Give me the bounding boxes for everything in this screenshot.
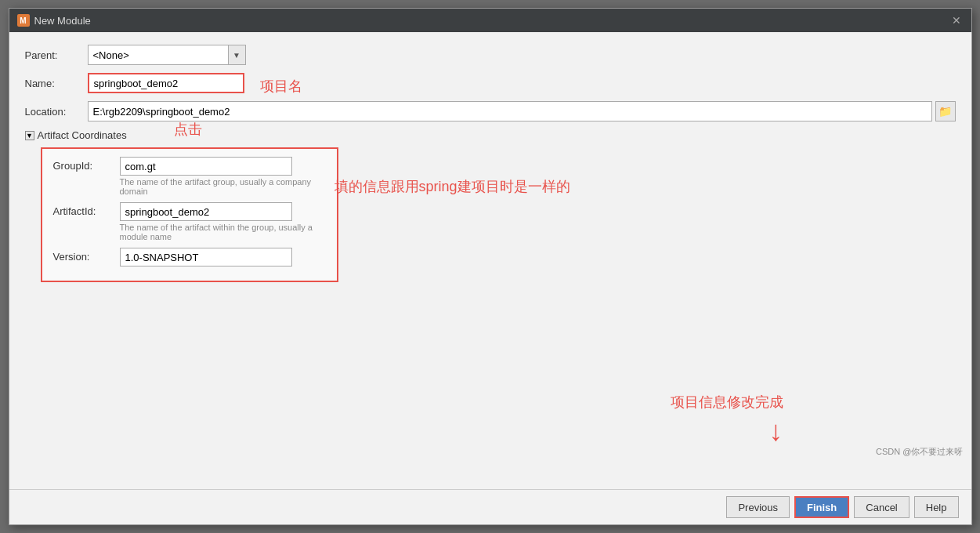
dialog-footer: Previous Finish Cancel Help <box>9 489 971 524</box>
groupid-row: GroupId: The name of the artifact group,… <box>53 157 326 196</box>
parent-select-wrap: <None> ▼ <box>88 45 246 65</box>
artifact-toggle-icon[interactable]: ▼ <box>25 131 34 140</box>
version-input[interactable] <box>120 248 292 266</box>
version-label: Version: <box>53 248 120 263</box>
name-input[interactable] <box>88 73 244 93</box>
dialog-body: Parent: <None> ▼ Name: Location: 📁 <box>9 32 971 489</box>
groupid-input[interactable] <box>120 157 292 176</box>
select-arrow-icon[interactable]: ▼ <box>229 45 246 65</box>
cancel-button[interactable]: Cancel <box>854 496 909 518</box>
help-button[interactable]: Help <box>914 496 959 518</box>
location-input[interactable] <box>88 101 932 121</box>
annotation-complete: 项目信息修改完成 ↓ <box>671 393 783 448</box>
parent-label: Parent: <box>25 49 88 61</box>
artifactid-row: ArtifactId: The name of the artifact wit… <box>53 202 326 241</box>
parent-select[interactable]: <None> <box>88 45 229 65</box>
artifactid-field-wrap: The name of the artifact within the grou… <box>120 202 326 241</box>
name-input-wrap <box>88 73 956 93</box>
groupid-field-wrap: The name of the artifact group, usually … <box>120 157 326 196</box>
groupid-hint: The name of the artifact group, usually … <box>120 177 326 196</box>
browse-button[interactable]: 📁 <box>935 101 956 121</box>
artifactid-hint: The name of the artifact within the grou… <box>120 223 326 241</box>
title-bar: M New Module ✕ <box>9 9 971 32</box>
groupid-label: GroupId: <box>53 157 120 172</box>
version-row: Version: <box>53 248 326 266</box>
title-bar-left: M New Module <box>17 14 91 27</box>
name-row: Name: <box>25 73 956 93</box>
name-label: Name: <box>25 78 88 89</box>
artifact-header[interactable]: ▼ Artifact Coordinates <box>25 129 956 141</box>
dialog-title: New Module <box>34 15 91 27</box>
close-button[interactable]: ✕ <box>949 13 964 27</box>
finish-button[interactable]: Finish <box>794 496 849 518</box>
artifactid-input[interactable] <box>120 202 292 221</box>
parent-row: Parent: <None> ▼ <box>25 45 956 65</box>
artifact-section: ▼ Artifact Coordinates GroupId: The name… <box>25 129 956 282</box>
new-module-dialog: M New Module ✕ Parent: <None> ▼ Name: <box>9 8 972 525</box>
artifact-section-label: Artifact Coordinates <box>38 129 127 141</box>
location-label: Location: <box>25 106 88 118</box>
location-row: Location: 📁 <box>25 101 956 121</box>
dialog-icon: M <box>17 14 30 27</box>
csdn-watermark: CSDN @你不要过来呀 <box>876 446 963 458</box>
location-input-wrap: 📁 <box>88 101 956 121</box>
artifact-box: GroupId: The name of the artifact group,… <box>41 147 338 282</box>
artifactid-label: ArtifactId: <box>53 202 120 217</box>
previous-button[interactable]: Previous <box>726 496 790 518</box>
version-field-wrap <box>120 248 292 266</box>
